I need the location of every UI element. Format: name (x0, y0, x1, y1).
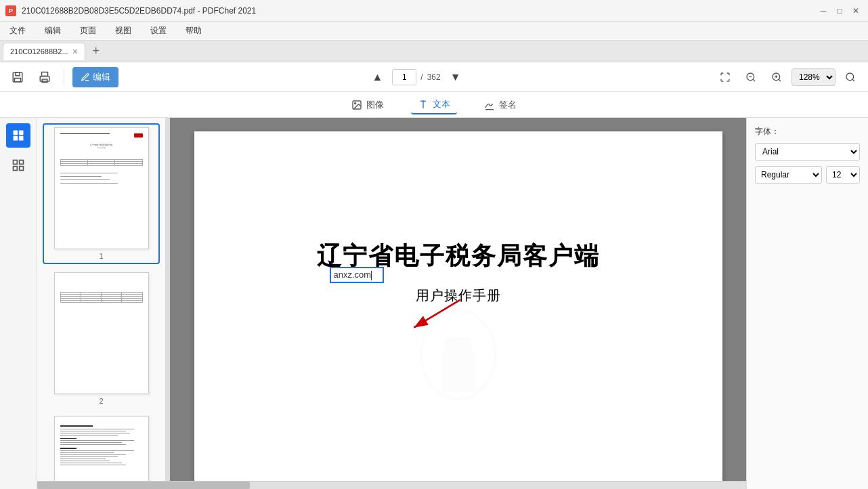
tab-close-button[interactable]: × (72, 46, 78, 57)
svg-point-16 (355, 102, 356, 104)
text-tool[interactable]: 文本 (411, 95, 457, 114)
pdf-area[interactable]: anxz.com 辽宁省电子税务局客户端 用户操作手册 (170, 118, 746, 489)
svg-line-14 (852, 79, 854, 81)
font-size-select[interactable]: 8 9 10 11 12 14 16 (826, 166, 860, 184)
toolbar-center: ▲ / 362 ▼ (124, 66, 709, 88)
new-tab-button[interactable]: + (88, 43, 104, 60)
menu-settings[interactable]: 设置 (146, 24, 171, 38)
document-tab[interactable]: 210C012688B2... × (3, 43, 85, 60)
svg-rect-30 (445, 338, 472, 353)
svg-line-32 (414, 300, 460, 328)
page-total: 362 (427, 72, 441, 82)
thumb-num-1: 1 (99, 252, 103, 260)
svg-rect-2 (15, 78, 21, 81)
svg-rect-21 (19, 131, 24, 135)
restore-button[interactable]: □ (833, 4, 846, 18)
image-tool[interactable]: 图像 (345, 96, 391, 114)
image-tool-label: 图像 (366, 99, 384, 111)
menu-help[interactable]: 帮助 (181, 24, 206, 38)
svg-rect-23 (19, 136, 24, 141)
zoom-select[interactable]: 50% 75% 100% 128% 150% 200% (791, 68, 836, 86)
thumb-image-2 (54, 272, 149, 394)
print-button[interactable] (34, 66, 56, 88)
titlebar-left: P 210C012688B2DB08D3E5C5D2EDB6DD74.pdf -… (5, 5, 256, 16)
sidebar-grid-button[interactable] (6, 153, 30, 177)
fullscreen-button[interactable] (714, 66, 736, 88)
tab-label: 210C012688B2... (10, 47, 68, 56)
svg-rect-25 (20, 161, 24, 165)
menu-view[interactable]: 视图 (111, 24, 135, 38)
sidebar (0, 118, 37, 489)
zoom-out-button[interactable] (740, 66, 762, 88)
red-arrow (391, 294, 472, 335)
thumb-image-3 (54, 416, 149, 489)
svg-rect-26 (14, 167, 18, 171)
thumbnail-3[interactable]: 3 (43, 413, 160, 489)
close-button[interactable]: ✕ (849, 4, 863, 18)
menu-file[interactable]: 文件 (5, 24, 30, 38)
svg-rect-29 (441, 352, 475, 392)
svg-rect-22 (14, 136, 18, 141)
font-style-select[interactable]: Regular Bold Italic (755, 166, 822, 184)
window-controls: ─ □ ✕ (817, 4, 863, 18)
thumbnail-1[interactable]: 辽宁省电子税务局客户端 用户操作手册 1 (43, 123, 160, 264)
font-label: 字体： (755, 126, 860, 137)
thumbnail-2[interactable]: 2 (43, 270, 160, 408)
titlebar: P 210C012688B2DB08D3E5C5D2EDB6DD74.pdf -… (0, 0, 868, 22)
sign-tool[interactable]: 签名 (477, 96, 523, 114)
font-controls: Regular Bold Italic 8 9 10 11 12 14 16 (755, 166, 860, 184)
thumb-num-2: 2 (99, 397, 103, 405)
edit-mode-button[interactable]: 编辑 (72, 67, 118, 87)
sign-tool-label: 签名 (499, 99, 517, 111)
thumb-image-1: 辽宁省电子税务局客户端 用户操作手册 (54, 127, 149, 249)
toolbar: 编辑 ▲ / 362 ▼ 50% 75% 10 (0, 62, 868, 92)
toolbar-separator-1 (64, 69, 64, 85)
svg-line-7 (753, 79, 755, 81)
text-cursor (371, 271, 372, 280)
tabbar: 210C012688B2... × + (0, 41, 868, 62)
app-icon: P (5, 5, 16, 16)
menu-edit[interactable]: 编辑 (41, 24, 65, 38)
svg-rect-24 (14, 161, 18, 165)
toolbar-right: 50% 75% 100% 128% 150% 200% (714, 66, 861, 88)
horizontal-scrollbar[interactable] (37, 481, 746, 489)
main-layout: 辽宁省电子税务局客户端 用户操作手册 1 (0, 118, 868, 489)
page-navigation: ▲ / 362 ▼ (366, 66, 466, 88)
scroll-thumb[interactable] (37, 482, 250, 489)
next-page-button[interactable]: ▼ (445, 66, 466, 88)
thumbnail-panel: 辽宁省电子税务局客户端 用户操作手册 1 (37, 118, 166, 489)
save-button[interactable] (7, 66, 28, 88)
svg-rect-27 (20, 167, 24, 171)
subtoolbar: 图像 文本 签名 (0, 92, 868, 118)
search-button[interactable] (840, 66, 861, 88)
menu-page[interactable]: 页面 (76, 24, 100, 38)
page-number-input[interactable] (392, 69, 416, 85)
font-family-select[interactable]: Arial Times New Roman Courier New (755, 143, 860, 161)
right-panel: 字体： Arial Times New Roman Courier New Re… (746, 118, 868, 489)
svg-line-10 (779, 79, 781, 81)
window-title: 210C012688B2DB08D3E5C5D2EDB6DD74.pdf - P… (22, 6, 256, 16)
text-tool-label: 文本 (433, 98, 450, 110)
text-edit-box[interactable]: anxz.com (330, 267, 384, 283)
svg-rect-3 (42, 72, 48, 76)
svg-rect-1 (16, 72, 20, 76)
menubar: 文件 编辑 页面 视图 设置 帮助 (0, 22, 868, 41)
svg-rect-20 (14, 131, 18, 135)
page-separator: / (420, 72, 422, 82)
svg-point-13 (846, 73, 854, 81)
pdf-page: anxz.com 辽宁省电子税务局客户端 用户操作手册 (194, 131, 722, 489)
prev-page-button[interactable]: ▲ (366, 66, 388, 88)
minimize-button[interactable]: ─ (817, 4, 830, 18)
text-edit-content: anxz.com (334, 270, 372, 280)
sidebar-thumbnail-button[interactable] (6, 123, 30, 148)
zoom-in-button[interactable] (766, 66, 787, 88)
